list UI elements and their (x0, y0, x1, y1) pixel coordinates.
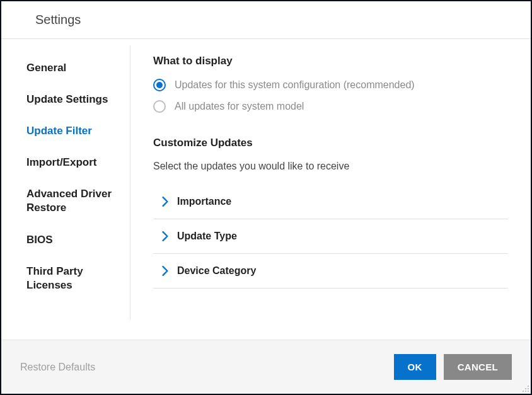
header: Settings (1, 1, 531, 39)
restore-defaults-link[interactable]: Restore Defaults (20, 362, 95, 373)
ok-button[interactable]: OK (394, 354, 436, 380)
svg-point-2 (528, 388, 529, 389)
radio-label: All updates for system model (175, 101, 304, 112)
svg-point-5 (528, 391, 529, 392)
radio-selected-icon (153, 79, 166, 91)
accordion-importance[interactable]: Importance (153, 185, 508, 219)
accordion-label: Importance (177, 196, 231, 207)
radio-unselected-icon (153, 100, 166, 113)
chevron-right-icon (153, 197, 177, 207)
accordion-label: Device Category (177, 265, 256, 277)
accordion-label: Update Type (177, 231, 237, 242)
what-to-display-title: What to display (153, 55, 508, 67)
sidebar: General Update Settings Update Filter Im… (1, 45, 130, 321)
main-panel: What to display Updates for this system … (130, 39, 531, 340)
sidebar-item-third-party-licenses[interactable]: Third Party Licenses (26, 265, 130, 292)
sidebar-item-update-settings[interactable]: Update Settings (26, 93, 130, 106)
chevron-right-icon (153, 231, 177, 241)
customize-updates-title: Customize Updates (153, 137, 508, 149)
display-radio-group: Updates for this system configuration (r… (153, 79, 508, 113)
accordion-device-category[interactable]: Device Category (153, 254, 508, 289)
radio-option-all-updates[interactable]: All updates for system model (153, 100, 508, 113)
sidebar-item-advanced-driver-restore[interactable]: Advanced Driver Restore (26, 187, 130, 215)
radio-label: Updates for this system configuration (r… (175, 79, 415, 91)
sidebar-item-general[interactable]: General (26, 61, 130, 75)
cancel-button[interactable]: CANCEL (444, 354, 512, 380)
sidebar-item-bios[interactable]: BIOS (26, 233, 130, 247)
sidebar-item-import-export[interactable]: Import/Export (26, 156, 130, 169)
content-area: General Update Settings Update Filter Im… (1, 39, 531, 340)
customize-updates-subtitle: Select the updates you would like to rec… (153, 161, 508, 172)
footer: Restore Defaults OK CANCEL (1, 340, 531, 394)
page-title: Settings (35, 13, 531, 27)
accordion-update-type[interactable]: Update Type (153, 219, 508, 254)
footer-buttons: OK CANCEL (394, 354, 512, 380)
chevron-right-icon (153, 266, 177, 276)
svg-point-0 (528, 386, 529, 387)
svg-point-1 (525, 388, 526, 389)
resize-grip-icon[interactable] (522, 385, 529, 392)
svg-point-3 (523, 391, 524, 392)
sidebar-item-update-filter[interactable]: Update Filter (26, 124, 130, 138)
svg-point-4 (525, 391, 526, 392)
radio-option-this-system[interactable]: Updates for this system configuration (r… (153, 79, 508, 91)
